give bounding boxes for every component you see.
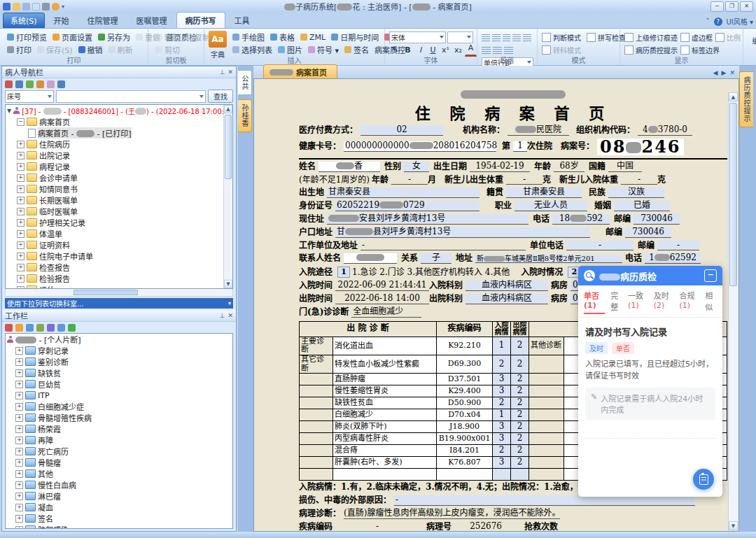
org-code-field[interactable]: 43780-0 xyxy=(638,125,692,136)
tree-item[interactable]: +凝血 xyxy=(6,502,232,513)
font-style-button[interactable]: x₂ xyxy=(452,44,464,56)
expand-icon[interactable]: + xyxy=(17,275,24,283)
address-field[interactable]: 安县刘坪乡黄湾村13号 xyxy=(327,214,528,225)
tree-item[interactable]: +出院记录 xyxy=(6,150,232,161)
tree-item[interactable]: +其他 xyxy=(6,468,232,479)
id-number-field[interactable]: 620522190729 xyxy=(335,201,479,211)
tree-item[interactable]: +病程记录 xyxy=(6,161,232,172)
nav-toolbar-icon[interactable] xyxy=(57,80,65,88)
qc-panel-header[interactable]: 病历质检 − xyxy=(578,266,722,285)
print-preview-icon[interactable] xyxy=(32,3,40,10)
health-card-field[interactable]: 000000000000208016204758 xyxy=(344,141,496,152)
expand-icon[interactable]: + xyxy=(17,241,24,249)
work-toolbar-icon[interactable] xyxy=(26,324,34,332)
contact-name-field[interactable] xyxy=(344,253,397,264)
work-root-user[interactable]: - [个人片断] xyxy=(6,334,232,345)
ribbon-tab[interactable]: 工具 xyxy=(225,12,259,28)
font-style-button[interactable]: U xyxy=(427,44,439,56)
ribbon-button[interactable]: 粘贴 xyxy=(153,31,183,43)
tree-item[interactable]: +ITP xyxy=(6,390,232,401)
close-panel-icon[interactable]: ✕ xyxy=(227,312,233,319)
tree-item[interactable]: +白细胞减少症 xyxy=(6,401,232,412)
expand-icon[interactable]: + xyxy=(15,425,23,433)
display-checkbox[interactable]: 标签边界 xyxy=(680,45,720,55)
save-icon[interactable] xyxy=(22,3,30,10)
expand-icon[interactable]: + xyxy=(17,208,24,215)
tree-item[interactable]: +慢性白血病 xyxy=(6,479,232,490)
expand-icon[interactable]: + xyxy=(17,163,24,171)
tree-item[interactable]: +穿刺记录 xyxy=(6,345,232,356)
expand-icon[interactable]: + xyxy=(17,264,24,271)
contact-phone-field[interactable]: 162592 xyxy=(645,253,701,264)
font-style-button[interactable]: ✎ xyxy=(389,44,401,56)
minimize-button[interactable]: ─ xyxy=(710,1,724,12)
tab-qc-hint[interactable]: 病历质控提示 xyxy=(739,71,753,127)
tree-item[interactable]: +签名 xyxy=(6,513,232,524)
help-icon[interactable]: ? xyxy=(714,17,722,26)
tree-item[interactable]: −病案首页 xyxy=(6,116,232,127)
document-scrollbar[interactable]: ▲▼ xyxy=(728,92,738,530)
expand-icon[interactable]: + xyxy=(15,515,23,523)
expand-icon[interactable]: + xyxy=(15,392,23,399)
work-toolbar-icon[interactable] xyxy=(15,324,23,332)
admission-path-code[interactable]: 1 xyxy=(337,267,350,278)
payment-field[interactable]: 02 xyxy=(360,125,443,136)
ribbon-button[interactable]: 另存为 xyxy=(95,31,133,43)
expand-icon[interactable]: − xyxy=(17,118,24,126)
qc-chat-button[interactable] xyxy=(693,469,714,490)
settings-icon[interactable] xyxy=(52,3,59,10)
expand-icon[interactable]: + xyxy=(17,219,24,227)
org-name-field[interactable]: 民医院 xyxy=(507,125,569,136)
numbered-list-icon[interactable] xyxy=(492,34,500,41)
align-right-icon[interactable] xyxy=(493,47,502,54)
ribbon-button[interactable]: 页面设置 xyxy=(50,31,95,43)
nav-toolbar-icon[interactable] xyxy=(47,80,55,88)
tree-item[interactable]: +长期医嘱单 xyxy=(6,194,232,206)
expand-icon[interactable]: + xyxy=(15,347,23,355)
work-toolbar-icon[interactable] xyxy=(36,324,44,332)
expand-icon[interactable]: + xyxy=(15,481,23,489)
nav-toolbar-icon[interactable] xyxy=(26,80,34,88)
tree-item[interactable]: +检验报告 xyxy=(6,273,232,284)
expand-icon[interactable]: + xyxy=(17,197,24,204)
expand-icon[interactable]: + xyxy=(17,141,24,148)
ribbon-tab[interactable]: 住院管理 xyxy=(78,12,127,28)
ui-style-dropdown[interactable]: UI风格 ▾ xyxy=(727,16,753,27)
expand-icon[interactable]: + xyxy=(15,414,23,422)
font-style-button[interactable]: x¹ xyxy=(440,44,451,56)
phone-field[interactable]: 18592 xyxy=(552,214,610,225)
ribbon-tab[interactable]: 病历书写 xyxy=(176,12,225,28)
tree-item[interactable]: +临时医嘱单 xyxy=(6,206,232,217)
tree-item[interactable]: +护理相关记录 xyxy=(6,217,232,228)
font-style-button[interactable]: B xyxy=(402,44,414,56)
qc-tab[interactable]: 相似 xyxy=(705,290,717,314)
tree-item-selected[interactable]: 病案首页 - - [已打印] xyxy=(6,127,232,139)
close-panel-icon[interactable]: ✕ xyxy=(227,69,233,76)
outdent-icon[interactable] xyxy=(503,34,511,41)
display-checkbox[interactable]: 比例 xyxy=(715,32,741,43)
ribbon-button[interactable]: 手绘图 xyxy=(230,31,267,43)
find-button[interactable]: 查找 xyxy=(208,90,233,103)
tab-patient[interactable]: 孙桂香 xyxy=(238,99,252,132)
system-menu-button[interactable]: 系统(S) xyxy=(3,13,45,28)
pin-icon[interactable]: ⊥ xyxy=(220,69,225,76)
tree-item[interactable]: +鉴别诊断 xyxy=(6,356,232,367)
qat-dropdown-icon[interactable]: ▾ xyxy=(62,3,64,10)
font-family-combo[interactable]: 宋体 xyxy=(389,31,446,43)
tree-item[interactable]: +杨荣霞 xyxy=(6,423,232,434)
tree-item[interactable]: +骨髓增殖性疾病 xyxy=(6,412,232,423)
ribbon-tab[interactable]: 开始 xyxy=(45,12,78,28)
search-by-combo[interactable]: 床号 xyxy=(5,90,54,103)
qc-tab[interactable]: 单否(1) xyxy=(584,290,605,314)
nav-tree-scrollbar[interactable]: ▲▼ xyxy=(223,105,232,288)
expand-icon[interactable]: + xyxy=(15,369,23,377)
tree-root-patient[interactable]: ▼ [37] - - [0883246001] - (王) - (2022-06… xyxy=(6,105,232,116)
next-doc-icon[interactable]: ▶ xyxy=(722,69,727,76)
ribbon-button[interactable]: ZML xyxy=(298,32,328,43)
qc-minimize-button[interactable]: − xyxy=(704,269,717,282)
expand-icon[interactable]: + xyxy=(15,403,23,411)
expand-icon[interactable]: + xyxy=(15,470,23,478)
expand-icon[interactable]: + xyxy=(15,459,23,467)
mode-checkbox[interactable]: 转科模式 xyxy=(542,45,581,55)
tree-item[interactable]: +住院病历 xyxy=(6,139,232,150)
